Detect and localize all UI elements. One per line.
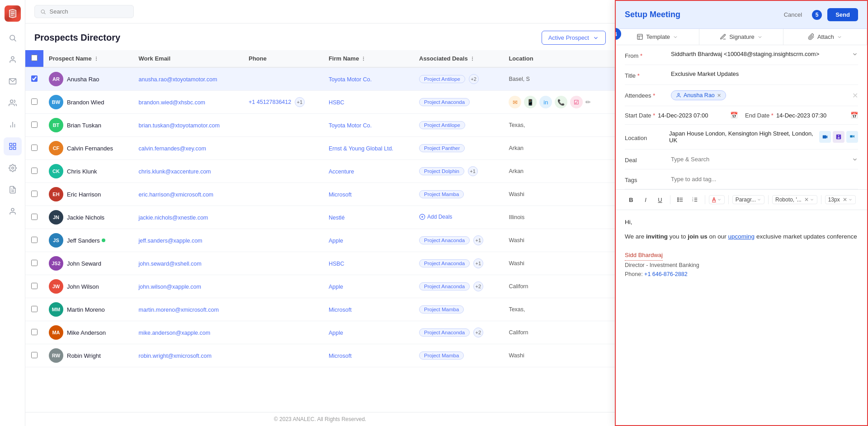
meeting-panel: 4 Setup Meeting Cancel 5 Send Template S… [615,0,868,426]
signature-toolbar-item[interactable]: Signature [699,29,783,45]
email-link[interactable]: brian.tuskan@xtoyotamotor.com [139,122,220,129]
row-checkbox-cell[interactable] [25,91,43,114]
bold-button[interactable]: B [625,193,637,206]
row-checkbox-cell[interactable] [25,298,43,321]
paragraph-select[interactable]: Paragr... [732,195,764,204]
row-checkbox[interactable] [31,168,38,174]
table-row: BW Brandon Wied brandon.wied@xhsbc.com +… [25,91,615,114]
app-logo [5,5,21,22]
row-checkbox[interactable] [31,260,38,266]
email-link[interactable]: brandon.wied@xhsbc.com [139,99,206,106]
clear-fontsize-button[interactable]: ✕ [843,197,847,203]
from-label: From * [625,51,665,59]
email-body[interactable]: Hi, We are inviting you to join us on ou… [616,210,867,425]
ordered-list-button[interactable]: 1.2.3. [689,193,701,206]
title-label: Title * [625,70,665,79]
email-action[interactable]: ✉ [509,96,521,108]
row-checkbox[interactable] [31,191,38,197]
row-checkbox-cell[interactable] [25,275,43,298]
email-link[interactable]: calvin.fernandes@xey.com [139,145,206,152]
row-checkbox-cell[interactable] [25,67,43,91]
cancel-button[interactable]: Cancel [779,9,807,21]
sidebar-icon-contacts[interactable] [4,51,22,69]
sidebar-icon-chart[interactable] [4,116,22,134]
sidebar-icon-mail[interactable] [4,72,22,90]
row-checkbox-cell[interactable] [25,321,43,344]
row-checkbox-cell[interactable] [25,252,43,275]
email-cell: anusha.rao@xtoyotamotor.com [133,67,243,91]
row-checkbox[interactable] [31,75,38,82]
email-link[interactable]: eric.harrison@xmicrosoft.com [139,192,214,198]
location-label: Location [625,133,665,141]
send-button[interactable]: Send [827,8,858,21]
row-checkbox-cell[interactable] [25,160,43,183]
task-action[interactable]: ☑ [570,96,583,108]
row-checkbox[interactable] [31,352,38,358]
row-checkbox-cell[interactable] [25,206,43,229]
start-date-calendar-icon[interactable]: 📅 [730,112,738,119]
phone-cell [243,206,323,229]
row-checkbox[interactable] [31,237,38,243]
email-link[interactable]: chris.klunk@xaccenture.com [139,169,211,175]
phone-cell [243,137,323,160]
firm-name: Apple [329,330,343,336]
from-dropdown[interactable]: Siddharth Bhardwaj <100048@staging.insig… [671,51,858,57]
template-toolbar-item[interactable]: Template [616,29,699,45]
edit-action[interactable]: ✏ [585,98,591,106]
row-checkbox[interactable] [31,98,38,105]
bullet-list-button[interactable] [674,193,687,206]
search-box[interactable] [34,5,134,18]
clear-font-button[interactable]: ✕ [804,197,809,203]
sidebar-icon-reports[interactable] [4,181,22,199]
email-link[interactable]: anusha.rao@xtoyotamotor.com [139,76,217,83]
table-select-all-header[interactable] [25,50,43,67]
row-checkbox-cell[interactable] [25,183,43,206]
search-input[interactable] [50,8,128,15]
font-color-select[interactable]: A [709,195,725,204]
row-checkbox-cell[interactable] [25,114,43,137]
table-row: CF Calvin Fernandes calvin.fernandes@xey… [25,137,615,160]
avatar: RW [49,348,63,363]
sidebar-icon-analytics[interactable] [4,137,22,155]
whatsapp-action[interactable]: 📱 [524,96,537,108]
sidebar-icon-users[interactable] [4,94,22,112]
row-checkbox-cell[interactable] [25,229,43,252]
location-icon-meet[interactable] [819,131,831,143]
font-size-select[interactable]: 13px ✕ [825,195,856,204]
sidebar-icon-person[interactable] [4,202,22,220]
location-icon-zoom[interactable] [846,131,858,143]
email-link[interactable]: martin.moreno@xmicrosoft.com [139,307,219,313]
attach-toolbar-item[interactable]: Attach [783,29,867,45]
font-select[interactable]: Roboto, '... ✕ [772,195,817,204]
underline-button[interactable]: U [654,193,666,206]
email-link[interactable]: robin.wright@xmicrosoft.com [139,353,212,359]
email-link[interactable]: john.seward@xshell.com [139,261,202,267]
email-link[interactable]: john.wilson@xapple.com [139,284,201,290]
deal-input[interactable] [671,156,846,163]
location-icon-teams[interactable] [833,131,844,143]
row-checkbox[interactable] [31,214,38,220]
row-checkbox[interactable] [31,145,38,151]
row-checkbox-cell[interactable] [25,137,43,160]
end-date-calendar-icon[interactable]: 📅 [850,112,858,119]
tags-input[interactable] [671,176,858,183]
remove-attendee-button[interactable]: ✕ [717,93,721,98]
row-checkbox-cell[interactable] [25,344,43,367]
italic-button[interactable]: I [639,193,652,206]
title-value[interactable]: Exclusive Market Updates [671,70,858,77]
email-link[interactable]: jeff.sanders@xapple.com [139,238,203,244]
select-all-checkbox[interactable] [31,55,38,61]
clear-attendees-button[interactable]: ✕ [852,91,858,100]
active-prospect-button[interactable]: Active Prospect [542,31,606,45]
email-link[interactable]: jackie.nichols@xnestle.com [139,215,208,221]
linkedin-action[interactable]: in [539,96,552,108]
row-checkbox[interactable] [31,306,38,312]
email-link[interactable]: mike.anderson@xapple.com [139,330,211,336]
row-checkbox[interactable] [31,283,38,289]
sidebar-icon-settings[interactable] [4,159,22,177]
row-checkbox[interactable] [31,122,38,128]
location-cell: Basel, S [503,67,615,91]
call-action[interactable]: 📞 [555,96,567,108]
row-checkbox[interactable] [31,329,38,335]
sidebar-icon-search[interactable] [4,29,22,47]
